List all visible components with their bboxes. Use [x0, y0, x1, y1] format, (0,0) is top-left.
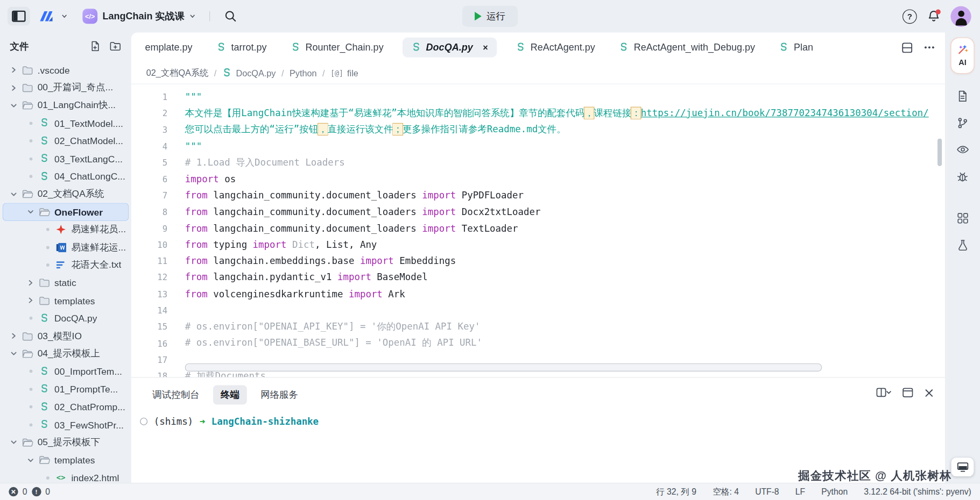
- debug-button[interactable]: [945, 163, 980, 190]
- tab-close-icon[interactable]: ×: [483, 42, 488, 53]
- chevron-down-icon[interactable]: [24, 208, 37, 216]
- tree-item[interactable]: templates: [3, 291, 129, 309]
- terminal-prompt-line[interactable]: (shims) ➜ LangChain-shizhanke: [140, 416, 945, 427]
- chevron-down-icon[interactable]: [8, 439, 20, 446]
- tree-item[interactable]: templates: [3, 451, 129, 469]
- tab-Plan[interactable]: Plan: [774, 38, 818, 58]
- test-button[interactable]: [945, 232, 980, 259]
- ai-assistant-button[interactable]: AI: [950, 38, 974, 74]
- code-line[interactable]: 5# 1.Load 导入Document Loaders: [131, 154, 945, 171]
- code-line[interactable]: 3您可以点击最上方的“运行”按钮，直接运行该文件；更多操作指引请参考Readme…: [131, 122, 945, 138]
- tab-Rounter_Chain.py[interactable]: Rounter_Chain.py: [285, 38, 389, 58]
- split-editor-icon[interactable]: [902, 42, 913, 53]
- tree-item[interactable]: 02_文档QA系统: [3, 185, 129, 203]
- extensions-button[interactable]: [945, 205, 980, 232]
- tree-item[interactable]: 02_ChatModel...: [3, 132, 129, 150]
- breadcrumb-item[interactable]: [@]file: [330, 68, 358, 78]
- close-panel-icon[interactable]: [925, 388, 934, 397]
- panel-tab-active[interactable]: 终端: [213, 385, 247, 405]
- chevron-right-icon[interactable]: [24, 297, 37, 304]
- help-icon[interactable]: ?: [903, 9, 917, 24]
- tree-item[interactable]: DocQA.py: [3, 309, 129, 327]
- tree-item[interactable]: 04_ChatLongC...: [3, 168, 129, 185]
- notifications-button[interactable]: [927, 9, 941, 23]
- chevron-right-icon[interactable]: [8, 66, 20, 74]
- code-line[interactable]: 10from typing import Dict, List, Any: [131, 237, 945, 253]
- tree-item[interactable]: 05_提示模板下: [3, 433, 129, 451]
- new-file-icon[interactable]: [89, 40, 101, 52]
- code-editor[interactable]: 1"""2本文件是【用LangChain快速构建基于“易速鲜花”本地知识库的智能…: [131, 84, 945, 378]
- status-item[interactable]: 空格: 4: [713, 486, 739, 497]
- tree-item[interactable]: 03_TextLangC...: [3, 150, 129, 168]
- panel-tab-item[interactable]: 调试控制台: [145, 385, 207, 405]
- code-line[interactable]: 12from langchain.pydantic_v1 import Base…: [131, 269, 945, 286]
- tree-item[interactable]: static: [3, 274, 129, 291]
- source-control-button[interactable]: [945, 109, 980, 136]
- tree-item[interactable]: 03_模型IO: [3, 327, 129, 345]
- code-line[interactable]: 9from langchain_community.document_loade…: [131, 220, 945, 237]
- tab-ReActAgent_with_Debug.py[interactable]: ReActAgent_with_Debug.py: [614, 38, 760, 58]
- chevron-down-icon[interactable]: [8, 102, 20, 109]
- search-icon[interactable]: [224, 9, 238, 23]
- code-line[interactable]: 8from langchain_community.document_loade…: [131, 204, 945, 220]
- tree-item[interactable]: .vscode: [3, 61, 129, 79]
- avatar[interactable]: [950, 6, 971, 26]
- tree-item[interactable]: 04_提示模板上: [3, 345, 129, 362]
- tab-ReActAgent.py[interactable]: ReActAgent.py: [511, 38, 601, 58]
- maximize-panel-icon[interactable]: [903, 388, 913, 398]
- code-line[interactable]: 11from langchain.embeddings.base import …: [131, 253, 945, 269]
- code-line[interactable]: 1""": [131, 89, 945, 105]
- tree-item[interactable]: 00_开篇词_奇点...: [3, 79, 129, 97]
- tree-item[interactable]: 易速鲜花运...: [3, 239, 129, 256]
- chevron-right-icon[interactable]: [8, 332, 20, 340]
- breadcrumb-item[interactable]: 02_文档QA系统: [146, 67, 209, 78]
- breadcrumb-item[interactable]: Python: [290, 68, 317, 78]
- code-line[interactable]: 15# os.environ["OPENAI_API_KEY"] = '你的Op…: [131, 318, 945, 335]
- tab-emplate.py[interactable]: emplate.py: [140, 38, 198, 58]
- split-terminal-icon[interactable]: [876, 388, 891, 398]
- tree-item[interactable]: 01_LangChain快...: [3, 97, 129, 115]
- tree-item[interactable]: 花语大全.txt: [3, 256, 129, 274]
- code-line[interactable]: 16# os.environ["OPENAI_BASE_URL"] = 'Ope…: [131, 335, 945, 352]
- tree-item[interactable]: OneFlower: [3, 203, 129, 221]
- chevron-down-icon[interactable]: [8, 190, 20, 198]
- status-item[interactable]: 行 32, 列 9: [656, 486, 696, 497]
- status-item[interactable]: Python: [821, 487, 848, 496]
- horizontal-scrollbar[interactable]: [185, 363, 822, 372]
- panel-tab-item[interactable]: 网络服务: [253, 385, 306, 405]
- tab-tarrot.py[interactable]: tarrot.py: [211, 38, 271, 58]
- chevron-down-icon[interactable]: [24, 456, 37, 464]
- preview-button[interactable]: [945, 136, 980, 163]
- problems-status[interactable]: ✕ 0 ! 0: [9, 487, 50, 496]
- tree-item[interactable]: 01_PromptTe...: [3, 380, 129, 398]
- breadcrumb-item[interactable]: DocQA.py: [222, 68, 276, 78]
- tree-item[interactable]: 00_ImportTem...: [3, 362, 129, 380]
- code-line[interactable]: 6import os: [131, 171, 945, 188]
- code-line[interactable]: 13from volcenginesdkarkruntime import Ar…: [131, 285, 945, 302]
- tree-item[interactable]: 01_TextModel....: [3, 115, 129, 132]
- tree-item[interactable]: <>index2.html: [3, 469, 129, 483]
- status-item[interactable]: LF: [795, 487, 805, 496]
- toggle-sidebar-button[interactable]: [8, 7, 30, 26]
- tree-item[interactable]: 03_FewShotPr...: [3, 416, 129, 433]
- new-folder-icon[interactable]: [109, 40, 121, 52]
- app-logo-icon[interactable]: [36, 9, 55, 24]
- tab-DocQA.py[interactable]: DocQA.py×: [402, 38, 497, 58]
- tree-item[interactable]: 02_ChatPromp...: [3, 398, 129, 416]
- code-line[interactable]: 14: [131, 302, 945, 319]
- run-button[interactable]: 运行: [462, 5, 518, 26]
- vertical-scrollbar[interactable]: [937, 139, 942, 166]
- status-item[interactable]: UTF-8: [755, 487, 779, 496]
- tree-item[interactable]: 易速鲜花员...: [3, 221, 129, 239]
- chevron-right-icon[interactable]: [8, 84, 20, 91]
- chevron-down-icon[interactable]: [8, 350, 20, 358]
- code-line[interactable]: 7from langchain_community.document_loade…: [131, 187, 945, 204]
- project-switcher[interactable]: </> LangChain 实战课: [82, 9, 195, 24]
- code-line[interactable]: 4""": [131, 138, 945, 155]
- terminal-panel-button[interactable]: [951, 458, 974, 476]
- chevron-right-icon[interactable]: [24, 279, 37, 287]
- status-item[interactable]: 3.12.2 64-bit ('shims': pyenv): [864, 487, 971, 496]
- more-actions-icon[interactable]: [923, 46, 935, 49]
- code-line[interactable]: 2本文件是【用LangChain快速构建基于“易速鲜花”本地知识库的智能问答系统…: [131, 105, 945, 122]
- chevron-down-icon[interactable]: [61, 13, 68, 19]
